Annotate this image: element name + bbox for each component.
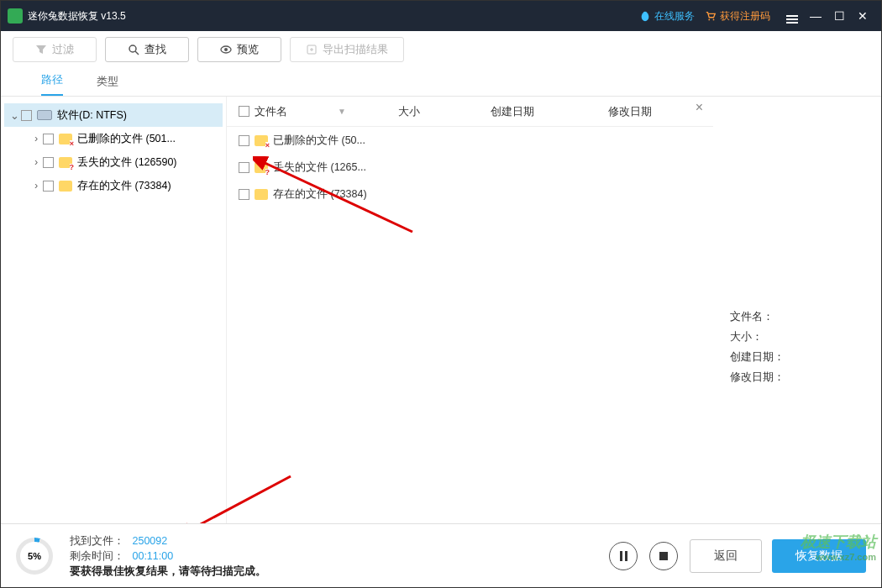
expand-icon[interactable]: › xyxy=(31,180,41,192)
file-list-header: 文件名 ▼ 大小 创建日期 修改日期 xyxy=(227,97,713,127)
drive-icon xyxy=(37,110,52,120)
export-label: 导出扫描结果 xyxy=(323,42,388,57)
file-row-label: 丢失的文件 (1265... xyxy=(273,160,366,175)
remaining-value: 00:11:00 xyxy=(132,550,173,562)
checkbox-all[interactable] xyxy=(239,106,249,117)
recover-button[interactable]: 恢复数据 xyxy=(772,539,866,573)
col-filename-label: 文件名 xyxy=(255,104,287,119)
svg-point-4 xyxy=(129,45,136,52)
maximize-button[interactable]: ☐ xyxy=(827,9,851,23)
tree-existing-label: 存在的文件 (73384) xyxy=(77,179,171,193)
file-row[interactable]: 丢失的文件 (1265... xyxy=(227,154,713,181)
tree-deleted[interactable]: › 已删除的文件 (501... xyxy=(4,127,223,150)
preview-label: 预览 xyxy=(237,42,259,57)
tab-type[interactable]: 类型 xyxy=(97,74,118,96)
checkbox[interactable] xyxy=(43,157,54,168)
checkbox[interactable] xyxy=(43,134,54,144)
hamburger-icon xyxy=(786,18,798,20)
tree-tabs: 路径 类型 xyxy=(1,68,881,97)
title-bar: 迷你兔数据恢复 v13.5 在线服务 获得注册码 — ☐ ✕ xyxy=(1,1,881,31)
file-row-label: 存在的文件 (73384) xyxy=(273,187,367,202)
svg-point-1 xyxy=(643,12,647,16)
expand-icon[interactable]: › xyxy=(31,156,41,168)
get-reg-code-label: 获得注册码 xyxy=(720,9,770,24)
close-button[interactable]: ✕ xyxy=(851,9,874,23)
svg-line-5 xyxy=(135,51,139,55)
detail-create: 创建日期： xyxy=(730,347,864,367)
cart-icon xyxy=(705,10,717,22)
svg-point-3 xyxy=(713,19,715,21)
main-area: ⌄ 软件(D: NTFS) › 已删除的文件 (501... › 丢失的文件 (… xyxy=(1,97,881,523)
folder-lost-icon xyxy=(59,157,72,168)
folder-deleted-icon xyxy=(59,134,72,144)
pause-button[interactable] xyxy=(609,542,638,570)
detail-panel: 文件名： 大小： 创建日期： 修改日期： xyxy=(713,97,881,523)
preview-button[interactable]: 预览 xyxy=(197,37,281,62)
stop-button[interactable] xyxy=(649,542,678,570)
online-service-label: 在线服务 xyxy=(654,9,695,24)
tree-lost[interactable]: › 丢失的文件 (126590) xyxy=(4,150,223,174)
tree-deleted-label: 已删除的文件 (501... xyxy=(77,132,176,146)
col-filename[interactable]: 文件名 ▼ xyxy=(239,104,398,119)
remaining-label: 剩余时间： xyxy=(70,550,124,562)
checkbox[interactable] xyxy=(21,110,32,121)
tree-existing[interactable]: › 存在的文件 (73384) xyxy=(4,174,223,197)
file-row[interactable]: 存在的文件 (73384) xyxy=(227,181,713,207)
online-service-link[interactable]: 在线服务 xyxy=(639,9,695,24)
found-label: 找到文件： xyxy=(70,535,124,547)
detail-size: 大小： xyxy=(730,327,864,347)
menu-button[interactable] xyxy=(780,9,804,23)
funnel-icon xyxy=(35,44,47,55)
search-button[interactable]: 查找 xyxy=(105,37,189,62)
collapse-icon[interactable]: ⌄ xyxy=(9,109,19,122)
checkbox[interactable] xyxy=(239,189,249,200)
checkbox[interactable] xyxy=(239,135,249,146)
export-icon xyxy=(306,44,318,55)
close-detail-button[interactable]: × xyxy=(696,100,703,115)
eye-icon xyxy=(220,44,232,55)
tab-path[interactable]: 路径 xyxy=(41,72,63,96)
tree-lost-label: 丢失的文件 (126590) xyxy=(77,155,177,170)
filter-button[interactable]: 过滤 xyxy=(13,37,97,62)
folder-lost-icon xyxy=(255,162,268,173)
col-size[interactable]: 大小 xyxy=(398,104,491,119)
tree-root[interactable]: ⌄ 软件(D: NTFS) xyxy=(4,103,223,127)
file-row[interactable]: 已删除的文件 (50... xyxy=(227,127,713,154)
folder-existing-icon xyxy=(59,181,72,192)
penguin-icon xyxy=(639,10,651,22)
minimize-button[interactable]: — xyxy=(804,9,827,23)
export-button[interactable]: 导出扫描结果 xyxy=(290,37,404,62)
folder-tree: ⌄ 软件(D: NTFS) › 已删除的文件 (501... › 丢失的文件 (… xyxy=(1,97,226,523)
detail-filename: 文件名： xyxy=(730,307,864,327)
back-button[interactable]: 返回 xyxy=(690,539,762,573)
progress-ring: 5% xyxy=(16,538,53,575)
file-row-label: 已删除的文件 (50... xyxy=(273,134,365,148)
progress-percent: 5% xyxy=(16,538,53,575)
svg-point-2 xyxy=(708,19,710,21)
col-create-date[interactable]: 创建日期 xyxy=(491,104,608,119)
get-reg-code-link[interactable]: 获得注册码 xyxy=(705,9,770,24)
app-title: 迷你兔数据恢复 v13.5 xyxy=(28,9,126,24)
status-lines: 找到文件： 250092 剩余时间： 00:11:00 要获得最佳恢复结果，请等… xyxy=(70,533,266,579)
status-bar: 5% 找到文件： 250092 剩余时间： 00:11:00 要获得最佳恢复结果… xyxy=(1,523,881,587)
svg-point-7 xyxy=(224,48,228,51)
expand-icon[interactable]: › xyxy=(31,133,41,144)
checkbox[interactable] xyxy=(43,181,54,192)
folder-deleted-icon xyxy=(255,135,268,146)
col-modify-date[interactable]: 修改日期 xyxy=(608,104,692,119)
filter-label: 过滤 xyxy=(52,42,74,57)
checkbox[interactable] xyxy=(239,162,249,173)
pause-icon xyxy=(620,551,627,561)
found-value: 250092 xyxy=(132,535,167,547)
detail-modify: 修改日期： xyxy=(730,367,864,387)
toolbar: 过滤 查找 预览 导出扫描结果 xyxy=(1,31,881,68)
app-logo-icon xyxy=(8,8,23,24)
folder-existing-icon xyxy=(255,189,268,200)
stop-icon xyxy=(659,552,668,560)
file-list: × 文件名 ▼ 大小 创建日期 修改日期 已删除的文件 (50... 丢失的文件… xyxy=(226,97,713,523)
tree-root-label: 软件(D: NTFS) xyxy=(57,108,127,123)
sort-desc-icon: ▼ xyxy=(338,107,346,116)
scan-hint: 要获得最佳恢复结果，请等待扫描完成。 xyxy=(70,564,266,579)
search-label: 查找 xyxy=(144,42,166,57)
search-icon xyxy=(128,44,139,55)
